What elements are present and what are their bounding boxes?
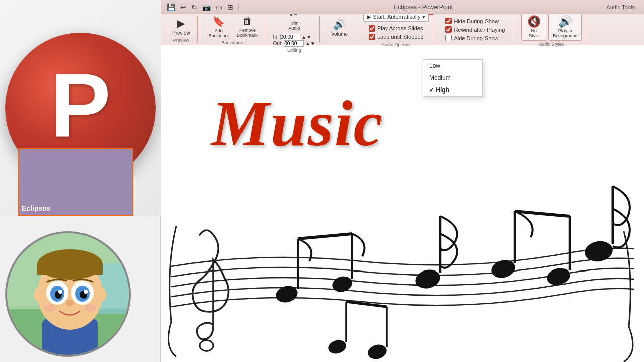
title-bar: 💾 ↩ ↻ 📷 ▭ ⊞ Eclipses - PowerPoint Audio … [161,0,644,14]
svg-point-17 [84,290,88,294]
svg-point-9 [96,288,106,302]
svg-point-18 [66,300,74,306]
svg-point-16 [58,290,62,294]
volume-icon: 🔊 [333,18,346,30]
group-editing: ✂ TrimAudio In: ▲▼ Out: ▲▼ Editing [269,16,320,43]
remove-bookmark-button[interactable]: 🗑 RemoveBookmark [234,14,261,39]
slide-thumbnail[interactable]: Eclipsos [18,148,133,216]
volume-low[interactable]: Low [423,60,482,72]
fade-in-input[interactable] [280,34,300,40]
volume-label: Volume [331,31,348,37]
group-audio-options: ▶ Start: Automatically ▾ Play Across Sli… [359,16,433,43]
separator [238,3,239,11]
group-bookmarks: 🔖 AddBookmark 🗑 RemoveBookmark Bookmarks [202,16,265,43]
preview-button[interactable]: ▶ Preview [169,16,193,37]
editing-group-label: Editing [287,48,301,53]
fade-duration-in: In: ▲▼ [273,34,315,40]
svg-point-36 [327,338,348,355]
audio-tools-label: Audio Tools [606,4,635,10]
preview-group-label: Preview [173,38,189,43]
svg-rect-7 [37,264,103,275]
group-preview: ▶ Preview Preview [165,16,198,43]
preview-label: Preview [172,30,190,36]
hide-during-show-check[interactable]: Hide During Show [445,18,505,24]
ribbon-content: ▶ Preview Preview 🔖 AddBookmark 🗑 Remove… [161,14,644,45]
svg-point-38 [366,343,388,361]
slide-icon[interactable]: ▭ [214,2,224,12]
play-bg-label: Play inBackground [553,28,577,38]
record-icon[interactable]: 📷 [201,2,212,12]
audio-options-label: Audio Options [382,42,411,47]
group-show-options: Hide During Show Rewind after Playing Ai… [437,16,513,43]
show-checkboxes: Hide During Show Rewind after Playing Ai… [441,17,509,42]
no-style-icon: 🔇 [527,15,541,28]
svg-point-21 [200,340,213,351]
play-across-slides-check[interactable]: Play Across Slides [369,25,424,32]
volume-high[interactable]: ✓ High [423,84,482,96]
no-style-button[interactable]: 🔇 NoStyle [521,13,546,41]
no-style-label: NoStyle [529,28,539,38]
group-audio-styles: 🔇 NoStyle 🔊 Play inBackground Audio Styl… [517,16,586,43]
audio-style-buttons: 🔇 NoStyle 🔊 Play inBackground [521,13,582,41]
pp-letter: P [50,60,111,151]
volume-medium[interactable]: Medium [423,72,482,84]
start-label: Start: Automatically [373,14,420,20]
remove-bookmark-label: RemoveBookmark [237,28,258,38]
play-icon-small: ▶ [367,14,371,20]
add-bookmark-icon: 🔖 [212,15,225,27]
add-bookmark-button[interactable]: 🔖 AddBookmark [206,14,232,39]
more-icon[interactable]: ⊞ [226,2,235,12]
fade-out-input[interactable] [284,40,304,47]
svg-point-8 [34,288,44,302]
play-bg-icon: 🔊 [558,15,572,28]
fade-duration-out: Out: ▲▼ [273,40,315,47]
redo-icon[interactable]: ↻ [190,2,199,12]
slide-thumb-title: Eclipsos [22,204,51,212]
main-content: Music [161,0,644,362]
rewind-after-playing-check[interactable]: Rewind after Playing [445,26,505,33]
music-text: Music [211,85,383,161]
add-bookmark-label: AddBookmark [209,28,229,38]
play-background-button[interactable]: 🔊 Play inBackground [548,13,582,41]
slide-thumb-content: Eclipsos [19,149,132,215]
left-panel: P Eclipsos [0,0,161,362]
slide-area: Music [161,45,644,362]
save-icon[interactable]: 💾 [165,2,177,12]
trim-label: TrimAudio [288,21,300,31]
loop-until-stopped-check[interactable]: Loop until Stopped [369,34,424,40]
aide-during-show-check[interactable]: Aide During Show [445,35,505,41]
volume-dropdown: Low Medium ✓ High [423,59,483,97]
bookmarks-group-label: Bookmarks [222,40,245,45]
svg-point-22 [274,284,300,305]
svg-line-26 [298,234,352,239]
undo-icon[interactable]: ↩ [179,2,188,12]
dropdown-arrow: ▾ [422,14,425,20]
remove-bookmark-icon: 🗑 [242,15,252,27]
svg-point-27 [413,267,442,291]
group-volume: 🔊 Volume [324,16,355,43]
svg-point-19 [44,304,56,312]
app-title: Eclipses - PowerPoint [243,4,604,11]
volume-button[interactable]: 🔊 Volume [328,17,351,38]
play-icon: ▶ [177,17,185,29]
audio-checkboxes: Play Across Slides Loop until Stopped [365,24,428,41]
avatar [5,231,131,357]
svg-point-31 [545,266,572,288]
svg-point-20 [84,304,96,312]
audio-styles-label: Audio Styles [539,42,564,47]
